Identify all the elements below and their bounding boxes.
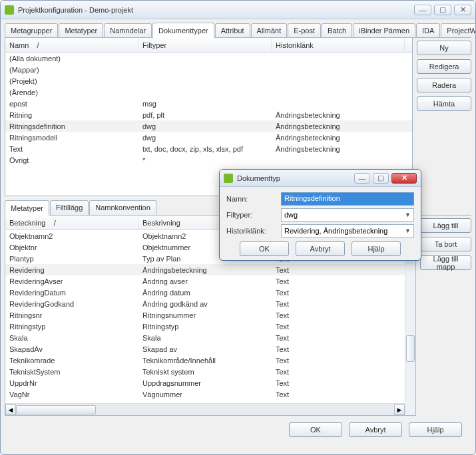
- tab-attribut[interactable]: Attribut: [215, 23, 250, 37]
- dialog-minimize-button[interactable]: —: [354, 173, 370, 184]
- table-row[interactable]: RevideringDatumÄndring datumText: [5, 287, 405, 298]
- table-row[interactable]: TeknisktSystemTekniskt systemText: [5, 366, 405, 377]
- col-code[interactable]: Beteckning /: [5, 217, 138, 229]
- filetypes-combo[interactable]: dwg▼: [281, 208, 414, 222]
- name-input[interactable]: Ritningsdefinition: [281, 192, 414, 206]
- ok-button[interactable]: OK: [289, 422, 342, 437]
- titlebar[interactable]: Projektkonfiguration - Demo-projekt — ▢ …: [1, 1, 475, 19]
- table-row[interactable]: RitningstypRitningstypText: [5, 321, 405, 332]
- close-button[interactable]: ✕: [454, 5, 471, 15]
- dialog-ok-button[interactable]: OK: [240, 241, 289, 256]
- table-row[interactable]: epostmsg: [5, 98, 412, 109]
- minimize-button[interactable]: —: [414, 5, 431, 15]
- dialog-cancel-button[interactable]: Avbryt: [296, 241, 345, 256]
- remove-button[interactable]: Ta bort: [420, 237, 471, 251]
- app-icon: [5, 5, 14, 15]
- tab-projectwise[interactable]: ProjectWise: [441, 23, 476, 37]
- table-row[interactable]: RevideringGodkandÄndring godkänd avText: [5, 298, 405, 309]
- document-types-grid[interactable]: Namn / Filtyper Historiklänk (Alla dokum…: [5, 38, 412, 166]
- document-type-dialog: Dokumenttyp — ▢ ✕ Namn: Ritningsdefiniti…: [219, 169, 421, 261]
- table-row[interactable]: (Mappar): [5, 64, 412, 75]
- table-row[interactable]: UppdrNrUppdragsnummerText: [5, 377, 405, 388]
- col-filetypes[interactable]: Filtyper: [138, 39, 272, 51]
- table-row[interactable]: SkalaSkalaText: [5, 332, 405, 343]
- dialog-maximize-button[interactable]: ▢: [373, 173, 389, 184]
- col-history[interactable]: Historiklänk: [272, 39, 405, 51]
- fetch-button[interactable]: Hämta: [417, 96, 471, 111]
- add-folder-button[interactable]: Lägg till mapp: [420, 255, 471, 270]
- tab-ida[interactable]: IDA: [416, 23, 440, 37]
- window-title: Projektkonfiguration - Demo-projekt: [18, 6, 414, 14]
- table-row[interactable]: (Alla dokument): [5, 53, 412, 64]
- add-button[interactable]: Lägg till: [420, 218, 471, 233]
- subtab-namnkonvention[interactable]: Namnkonvention: [89, 200, 156, 215]
- tab-allmänt[interactable]: Allmänt: [251, 23, 288, 37]
- help-button[interactable]: Hjälp: [409, 422, 462, 437]
- table-row[interactable]: (Ärende): [5, 86, 412, 98]
- tab-namndelar[interactable]: Namndelar: [104, 23, 152, 37]
- label-history: Historiklänk:: [226, 227, 281, 235]
- table-row[interactable]: (Projekt): [5, 75, 412, 86]
- table-row[interactable]: Ritningpdf, pltÄndringsbeteckning: [5, 109, 412, 120]
- tab-metatyper[interactable]: Metatyper: [59, 23, 103, 37]
- dialog-icon: [224, 174, 233, 183]
- dialog-titlebar[interactable]: Dokumenttyp — ▢ ✕: [220, 170, 421, 187]
- cancel-button[interactable]: Avbryt: [349, 422, 402, 437]
- delete-button[interactable]: Radera: [417, 78, 471, 92]
- horizontal-scrollbar[interactable]: ◄ ►: [5, 403, 405, 415]
- tab-ibinder pärmen[interactable]: iBinder Pärmen: [353, 23, 415, 37]
- dialog-help-button[interactable]: Hjälp: [352, 241, 401, 256]
- table-row[interactable]: RitningsmodelldwgÄndringsbeteckning: [5, 132, 412, 143]
- label-name: Namn:: [226, 195, 281, 203]
- table-row[interactable]: SkapadAvSkapad avText: [5, 343, 405, 355]
- table-row[interactable]: RitningsdefinitiondwgÄndringsbeteckning: [5, 120, 412, 132]
- table-row[interactable]: VagNrVägnummerText: [5, 388, 405, 400]
- edit-button[interactable]: Redigera: [417, 59, 471, 74]
- tab-batch[interactable]: Batch: [322, 23, 352, 37]
- new-button[interactable]: Ny: [417, 41, 471, 55]
- table-row[interactable]: RitningsnrRitningsnummerText: [5, 309, 405, 321]
- tab-e-post[interactable]: E-post: [288, 23, 321, 37]
- dialog-close-button[interactable]: ✕: [391, 173, 417, 184]
- chevron-down-icon: ▼: [405, 212, 411, 218]
- label-filetypes: Filtyper:: [226, 211, 281, 219]
- maximize-button[interactable]: ▢: [434, 5, 451, 15]
- tab-dokumenttyper[interactable]: Dokumenttyper: [152, 23, 214, 38]
- main-tabs: MetagrupperMetatyperNamndelarDokumenttyp…: [5, 22, 471, 38]
- table-row[interactable]: RevideringÄndringsbeteckningText: [5, 264, 405, 275]
- chevron-down-icon: ▼: [405, 228, 411, 234]
- table-row[interactable]: RevideringAvserÄndring avserText: [5, 275, 405, 287]
- col-name[interactable]: Namn /: [5, 39, 138, 51]
- table-row[interactable]: Övrigt*: [5, 154, 412, 166]
- history-combo[interactable]: Revidering, Ändringsbeteckning▼: [281, 224, 414, 237]
- table-row[interactable]: TeknikomradeTeknikområde/InnehållText: [5, 355, 405, 366]
- tab-metagrupper[interactable]: Metagrupper: [5, 23, 58, 37]
- table-row[interactable]: Texttxt, doc, docx, zip, xls, xlsx, pdfÄ…: [5, 143, 412, 154]
- subtab-metatyper[interactable]: Metatyper: [5, 200, 49, 216]
- subtab-filtillägg[interactable]: Filtillägg: [50, 200, 89, 215]
- dialog-title: Dokumenttyp: [237, 174, 354, 182]
